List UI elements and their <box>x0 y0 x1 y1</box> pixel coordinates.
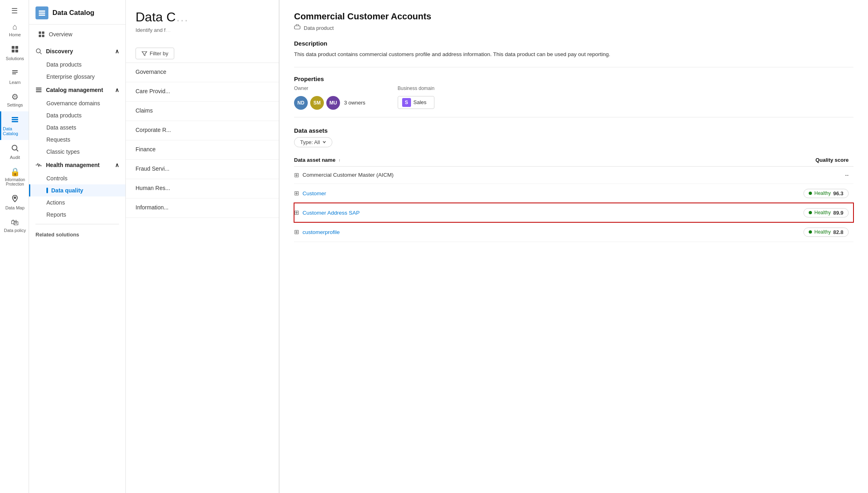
owner-label: Owner <box>294 86 365 91</box>
sidebar-label-classic-types: Classic types <box>46 148 79 155</box>
nav-item-info-protection[interactable]: 🔒 Information Protection <box>0 164 29 190</box>
quality-healthy-label: Healthy <box>814 190 831 196</box>
table-row[interactable]: ⊞ Customer Healthy 96.3 <box>294 184 853 203</box>
nav-item-audit[interactable]: Audit <box>0 140 29 164</box>
svg-rect-2 <box>12 50 15 52</box>
nav-item-solutions[interactable]: Solutions <box>0 41 29 65</box>
nav-item-settings[interactable]: ⚙ Settings <box>0 89 29 111</box>
sidebar-label-health-management: Health management <box>46 162 100 168</box>
quality-dot <box>809 192 812 195</box>
svg-rect-1 <box>15 46 18 49</box>
quality-score-num: 82.8 <box>833 229 843 235</box>
svg-line-11 <box>17 150 18 151</box>
asset-name: Commercial Customer Master (AICM) <box>303 172 394 178</box>
sidebar-group-discovery[interactable]: Discovery ∧ <box>29 44 125 58</box>
list-item-information[interactable]: Information... <box>126 198 279 218</box>
nav-item-data-policy[interactable]: 🛍 Data policy <box>0 214 29 237</box>
filter-bar: Filter by <box>126 44 279 63</box>
quality-dot <box>809 230 812 234</box>
filter-label: Filter by <box>150 50 168 56</box>
list-item-fraud[interactable]: Fraud Servi... <box>126 160 279 179</box>
sidebar-item-data-products-catalog[interactable]: Data products <box>29 109 125 121</box>
list-item-care-provider[interactable]: Care Provid... <box>126 82 279 102</box>
sidebar-group-health-management[interactable]: Health management ∧ <box>29 158 125 172</box>
health-chevron: ∧ <box>115 162 119 168</box>
svg-rect-23 <box>36 90 42 91</box>
quality-score-cell: Healthy 96.3 <box>672 184 853 203</box>
sidebar-overview-section: Overview <box>29 25 125 44</box>
assets-table: Data asset name ↑ Quality score ⊞ <box>294 154 853 242</box>
nav-item-data-map[interactable]: Data Map <box>0 190 29 214</box>
quality-badge: Healthy 96.3 <box>803 189 849 198</box>
svg-rect-6 <box>12 73 16 74</box>
quality-score-cell-selected: Healthy 89.9 <box>672 203 853 222</box>
type-filter-label: Type: All <box>300 139 320 145</box>
sidebar-item-governance-domains[interactable]: Governance domains <box>29 97 125 109</box>
sidebar-item-classic-types[interactable]: Classic types <box>29 146 125 158</box>
properties-divider <box>294 67 853 67</box>
sidebar-group-catalog-management[interactable]: Catalog management ∧ <box>29 83 125 97</box>
type-filter-button[interactable]: Type: All <box>294 137 332 147</box>
hamburger-menu[interactable]: ☰ <box>5 3 24 19</box>
domain-letter: S <box>402 98 411 107</box>
svg-rect-0 <box>12 46 15 49</box>
discovery-sub-items: Data products Enterprise glossary <box>29 58 125 83</box>
sidebar-item-controls[interactable]: Controls <box>29 172 125 184</box>
sidebar-item-actions[interactable]: Actions <box>29 196 125 209</box>
table-row[interactable]: ⊞ customerprofile Healthy 82.8 <box>294 222 853 242</box>
sort-icon[interactable]: ↑ <box>338 158 340 163</box>
sidebar-item-data-assets[interactable]: Data assets <box>29 121 125 134</box>
svg-point-10 <box>12 145 17 150</box>
description-text: This data product contains commercial cu… <box>294 50 853 59</box>
sidebar-item-data-products-discovery[interactable]: Data products <box>29 58 125 71</box>
table-icon: ⊞ <box>294 228 299 236</box>
sidebar-label-reports: Reports <box>46 211 66 218</box>
list-item-governance[interactable]: Governance <box>126 63 279 82</box>
svg-rect-22 <box>36 88 42 89</box>
nav-label-learn: Learn <box>9 80 21 85</box>
discovery-group-left: Discovery <box>35 48 73 54</box>
sidebar-header: Data Catalog <box>29 0 125 25</box>
list-items: Governance Care Provid... Claims Corpora… <box>126 63 279 218</box>
sidebar-catalog-icon <box>35 6 48 19</box>
sidebar-label-actions: Actions <box>46 199 65 206</box>
properties-header: Properties <box>294 75 853 82</box>
nav-item-learn[interactable]: Learn <box>0 65 29 89</box>
svg-rect-3 <box>15 50 18 52</box>
nav-item-home[interactable]: ⌂ Home <box>0 19 29 41</box>
assets-table-body: ⊞ Commercial Customer Master (AICM) -- <box>294 166 853 242</box>
sidebar-item-overview[interactable]: Overview <box>29 28 125 41</box>
data-catalog-icon <box>11 115 19 125</box>
list-item-care-provider-name: Care Provid... <box>136 88 269 94</box>
svg-point-20 <box>36 49 40 53</box>
health-group-left: Health management <box>35 162 100 168</box>
list-item-corporate[interactable]: Corporate R... <box>126 121 279 140</box>
table-row-selected[interactable]: ⊞ Customer Address SAP Healthy 89.9 <box>294 203 853 222</box>
filter-button[interactable]: Filter by <box>136 48 174 59</box>
asset-link[interactable]: customerprofile <box>303 229 340 235</box>
list-item-fraud-name: Fraud Servi... <box>136 165 269 172</box>
list-item-hr-name: Human Res... <box>136 185 269 191</box>
main-area: Data C… Identify and f… Filter by Govern… <box>126 0 868 493</box>
quality-score-value: -- <box>845 172 849 178</box>
sidebar-item-reports[interactable]: Reports <box>29 209 125 221</box>
sidebar-item-enterprise-glossary[interactable]: Enterprise glossary <box>29 71 125 83</box>
asset-link[interactable]: Customer <box>303 190 326 196</box>
sidebar-label-governance-domains: Governance domains <box>46 100 100 107</box>
nav-item-data-catalog[interactable]: Data Catalog <box>0 111 29 140</box>
list-item-claims[interactable]: Claims <box>126 102 279 121</box>
sidebar-item-requests[interactable]: Requests <box>29 134 125 146</box>
col-quality: Quality score <box>672 154 853 167</box>
sidebar-label-catalog-management: Catalog management <box>46 87 103 93</box>
table-icon: ⊞ <box>294 171 299 179</box>
sidebar-item-data-quality[interactable]: Data quality <box>29 184 125 196</box>
table-row[interactable]: ⊞ Commercial Customer Master (AICM) -- <box>294 166 853 184</box>
nav-label-data-policy: Data policy <box>4 228 26 233</box>
properties-grid: Owner ND SM MU 3 owners Business domain … <box>294 86 853 110</box>
asset-name-cell: ⊞ Commercial Customer Master (AICM) <box>294 166 672 184</box>
detail-title: Commercial Customer Accounts <box>294 11 853 22</box>
asset-link-selected[interactable]: Customer Address SAP <box>303 210 360 216</box>
list-item-human-resources[interactable]: Human Res... <box>126 179 279 198</box>
sidebar-title: Data Catalog <box>52 9 94 17</box>
list-item-finance[interactable]: Finance <box>126 140 279 160</box>
